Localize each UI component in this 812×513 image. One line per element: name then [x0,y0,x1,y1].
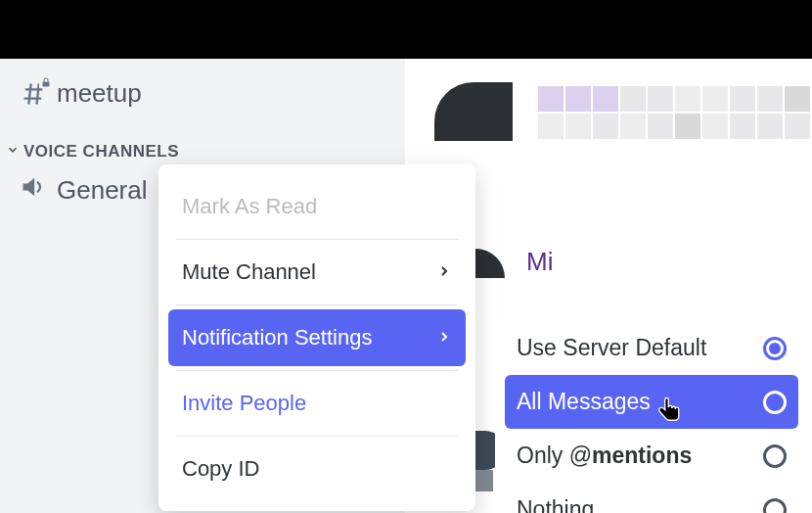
app-body: meetup VOICE CHANNELS General Mi [0,59,812,513]
chevron-right-icon [436,325,452,350]
option-nothing[interactable]: Nothing [495,483,808,513]
radio-icon [763,391,787,414]
username-fragment: Mi [526,247,553,277]
avatar-fragment [434,82,513,141]
option-label: Nothing [517,496,594,513]
menu-mark-as-read: Mark As Read [158,178,475,235]
hash-lock-icon [20,80,47,108]
menu-separator [176,436,458,437]
voice-channels-header[interactable]: VOICE CHANNELS [0,115,405,167]
option-label: Use Server Default [517,335,706,361]
decorative-pixels [538,114,810,139]
text-channel-meetup[interactable]: meetup [0,72,405,115]
chevron-right-icon [436,259,452,285]
menu-copy-id[interactable]: Copy ID [158,441,475,497]
menu-label: Mark As Read [182,194,317,219]
radio-icon [763,498,787,514]
option-use-server-default[interactable]: Use Server Default [495,321,808,375]
menu-label: Copy ID [182,456,259,482]
window-titlebar [0,0,812,59]
radio-icon [763,337,787,360]
notification-submenu: Use Server Default All Messages Only @me… [495,321,808,513]
menu-separator [176,239,458,240]
option-all-messages[interactable]: All Messages [505,375,798,429]
menu-label: Notification Settings [182,325,372,350]
chevron-down-icon [6,142,20,162]
menu-separator [176,370,458,371]
menu-notification-settings[interactable]: Notification Settings [168,309,466,366]
option-only-mentions[interactable]: Only @mentions [495,429,808,483]
avatar-fragment [475,249,505,278]
menu-label: Invite People [182,391,306,416]
menu-label: Mute Channel [182,259,316,285]
section-label: VOICE CHANNELS [23,142,179,162]
text-channel-label: meetup [57,78,142,109]
speaker-icon [20,173,47,208]
menu-mute-channel[interactable]: Mute Channel [158,244,475,301]
svg-rect-0 [43,81,50,86]
menu-invite-people[interactable]: Invite People [158,375,475,432]
radio-icon [763,444,787,468]
decorative-pixels [538,86,810,112]
voice-channel-label: General [57,175,148,206]
option-label: All Messages [517,389,651,415]
option-label: Only @mentions [517,443,692,469]
menu-separator [176,304,458,305]
channel-context-menu: Mark As Read Mute Channel Notification S… [158,164,475,511]
